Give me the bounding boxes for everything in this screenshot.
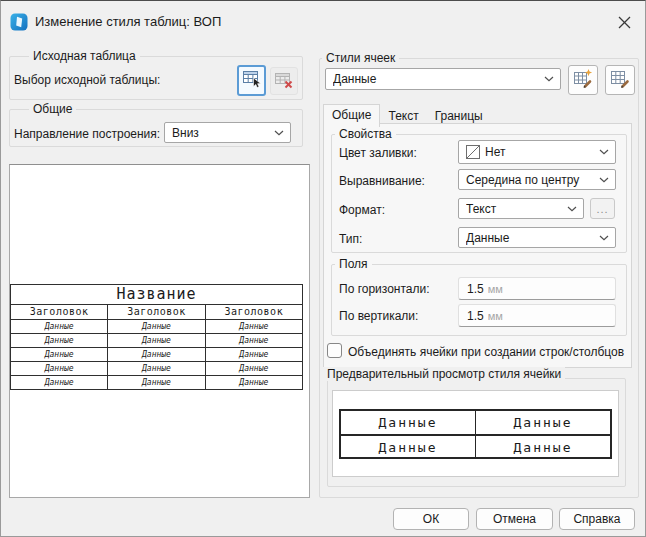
horizontal-margin-label: По горизонтали: (339, 282, 430, 296)
direction-value: Вниз (172, 126, 270, 140)
tab-text[interactable]: Текст (380, 106, 426, 126)
cell-style-preview-table: Данные Данные Данные Данные (339, 409, 612, 459)
horizontal-margin-input[interactable]: 1.5 мм (458, 277, 616, 300)
fill-color-value: Нет (485, 145, 595, 159)
horizontal-margin-value: 1.5 (467, 282, 484, 296)
table-delete-icon (274, 70, 294, 93)
dialog-title: Изменение стиля таблиц: ВОП (35, 14, 221, 29)
chevron-down-icon (567, 206, 577, 212)
title-bar[interactable]: Изменение стиля таблиц: ВОП (1, 1, 645, 39)
merge-cells-label: Объединять ячейки при создании строк/сто… (348, 345, 624, 359)
fill-none-swatch-icon (466, 145, 480, 159)
new-cell-style-icon (573, 68, 594, 92)
manage-cell-styles-button[interactable] (605, 65, 635, 95)
new-cell-style-button[interactable] (568, 65, 598, 95)
close-icon[interactable] (611, 11, 637, 33)
merge-cells-checkbox[interactable] (327, 343, 342, 358)
margins-group-title: Поля (335, 257, 372, 271)
cell-style-select[interactable]: Данные (325, 68, 561, 90)
app-icon (10, 13, 28, 34)
ok-button[interactable]: ОК (393, 508, 469, 530)
preview-header-row: Заголовок Заголовок Заголовок (11, 305, 302, 320)
type-value: Данные (466, 231, 595, 245)
alignment-select[interactable]: Середина по центру (458, 169, 616, 190)
cancel-button[interactable]: Отмена (476, 508, 553, 530)
preview-title-cell: Название (11, 285, 302, 305)
select-source-table-label: Выбор исходной таблицы: (14, 73, 160, 87)
format-value: Текст (466, 202, 563, 216)
chevron-down-icon (599, 177, 609, 183)
horizontal-margin-unit: мм (488, 283, 503, 295)
table-select-icon (242, 69, 262, 92)
preview-data-row: Данные Данные Данные (11, 334, 302, 348)
preview-data-row: Данные Данные Данные (11, 376, 302, 389)
direction-label: Направление построения: (14, 127, 160, 141)
modify-table-style-dialog: Изменение стиля таблиц: ВОП Исходная таб… (0, 0, 646, 537)
vertical-margin-value: 1.5 (467, 309, 484, 323)
source-table-group-title: Исходная таблица (29, 49, 140, 63)
format-select[interactable]: Текст (458, 198, 584, 219)
preview-data-row: Данные Данные Данные (11, 362, 302, 376)
properties-group-title: Свойства (335, 127, 396, 141)
tab-general[interactable]: Общие (323, 104, 380, 127)
alignment-value: Середина по центру (466, 173, 595, 187)
table-style-preview: Название Заголовок Заголовок Заголовок Д… (10, 284, 303, 390)
cell-style-preview-area: Данные Данные Данные Данные (332, 390, 619, 477)
format-more-button[interactable]: ... (590, 198, 615, 219)
chevron-down-icon (599, 235, 609, 241)
manage-cell-styles-icon (610, 68, 631, 92)
select-table-button[interactable] (237, 65, 266, 96)
help-button[interactable]: Справка (559, 508, 635, 530)
type-label: Тип: (339, 232, 362, 246)
vertical-margin-label: По вертикали: (339, 309, 418, 323)
vertical-margin-unit: мм (488, 310, 503, 322)
fill-color-label: Цвет заливки: (339, 146, 417, 160)
cell-style-value: Данные (333, 72, 540, 86)
preview-data-row: Данные Данные Данные (11, 348, 302, 362)
tab-borders[interactable]: Границы (427, 106, 491, 126)
direction-select[interactable]: Вниз (164, 122, 291, 143)
chevron-down-icon (274, 130, 284, 136)
format-label: Формат: (339, 203, 385, 217)
alignment-label: Выравнивание: (339, 174, 425, 188)
vertical-margin-input[interactable]: 1.5 мм (458, 304, 616, 327)
chevron-down-icon (544, 76, 554, 82)
cell-preview-group-title: Предварительный просмотр стиля ячейки (323, 367, 565, 381)
general-group-title: Общие (29, 102, 76, 116)
cell-style-tabs: Общие Текст Границы (323, 104, 491, 126)
remove-table-button[interactable] (270, 67, 298, 95)
type-select[interactable]: Данные (458, 227, 616, 248)
fill-color-select[interactable]: Нет (458, 140, 616, 164)
preview-data-row: Данные Данные Данные (11, 320, 302, 334)
cell-styles-group-title: Стили ячеек (322, 51, 399, 65)
chevron-down-icon (599, 149, 609, 155)
